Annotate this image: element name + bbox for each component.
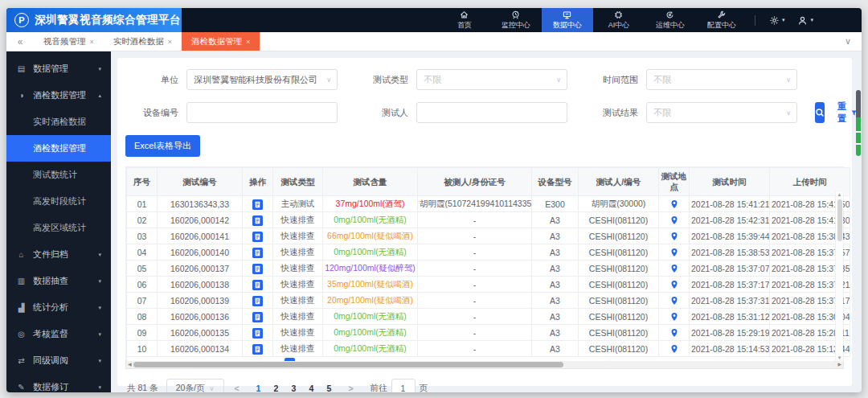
data-table: 序号 测试编号 操作 测试类型 测试含量 被测人/身份证号 设备型号 测试人/编… (125, 166, 844, 361)
sidebar-item-test-count-stats[interactable]: 测试数统计 (6, 162, 111, 188)
sidebar-item-alcohol-data-mgmt-active[interactable]: 酒检数据管理 (6, 135, 111, 162)
view-detail-button[interactable] (243, 212, 273, 228)
location-pin-icon[interactable] (659, 325, 690, 341)
nav-item-home[interactable]: 首页 (439, 8, 490, 32)
sidebar-item-data-revision[interactable]: ✎ 数据修订 ▾ (6, 374, 111, 392)
cell-index: 01 (127, 196, 158, 212)
cell-device-model: A3 (532, 341, 579, 357)
table-row[interactable]: 09 160206,000135 快速排查 0mg/100ml(无酒精) - A… (127, 325, 850, 341)
search-button[interactable] (815, 102, 825, 123)
excel-export-button[interactable]: Excel表格导出 (125, 135, 200, 157)
close-icon[interactable]: × (90, 38, 94, 46)
nav-item-config-center[interactable]: 配置中心 (696, 8, 747, 32)
close-icon[interactable]: × (246, 38, 250, 46)
cell-test-content: 0mg/100ml(无酒精) (323, 212, 418, 228)
table-row[interactable]: 03 160206,000141 快速排查 66mg/100ml(疑似喝酒) -… (127, 228, 850, 244)
location-pin-icon[interactable] (659, 244, 690, 261)
view-detail-button[interactable] (243, 277, 273, 293)
location-pin-icon[interactable] (659, 277, 690, 293)
nav-item-ai-center[interactable]: AI中心 (593, 8, 645, 32)
sidebar-item-peer-review[interactable]: ⇄ 同级调阅 ▾ (6, 347, 111, 374)
location-pin-icon[interactable] (659, 196, 690, 212)
cell-device-model: A3 (532, 261, 579, 277)
table-row[interactable]: 02 160206,000142 快速排查 0mg/100ml(无酒精) - A… (127, 212, 850, 228)
sidebar-item-data-mgmt[interactable]: ▤ 数据管理 ▾ (6, 55, 111, 82)
page-size-select[interactable]: 20条/页 ∨ (166, 379, 224, 392)
page-scrollbar-thumb[interactable] (856, 90, 861, 156)
tab-alcohol-data-mgmt[interactable]: 酒检数据管理 × (182, 32, 260, 51)
location-pin-icon[interactable] (659, 341, 690, 357)
tester-input[interactable] (424, 108, 560, 117)
test-result-select[interactable]: 不限 ∨ (646, 102, 797, 123)
page-number-button[interactable]: 4 (303, 380, 321, 392)
nav-item-monitor-center[interactable]: 监控中心 (490, 8, 542, 32)
table-vertical-scrollbar[interactable]: ▲ ▼ (835, 191, 843, 361)
sidebar-item-file-archive[interactable]: ⌂ 文件归档 ▾ (6, 241, 111, 268)
view-detail-button[interactable] (243, 293, 273, 309)
sidebar-item-assessment-supervision[interactable]: ◎ 考核监督 ▾ (6, 321, 111, 347)
cell-test-type: 快速排查 (273, 244, 323, 261)
tabs-collapse-button[interactable]: ∨ (834, 32, 862, 51)
detail-doc-icon (252, 296, 263, 306)
time-range-select[interactable]: 不限 ∨ (646, 69, 797, 90)
tab-video-audio-mgmt[interactable]: 视音频管理 × (34, 32, 104, 51)
scroll-up-icon[interactable]: ▲ (836, 192, 843, 197)
user-menu[interactable]: ▾ (791, 8, 820, 32)
location-pin-icon[interactable] (659, 293, 690, 309)
close-icon[interactable]: × (168, 38, 172, 46)
config-center-icon (717, 10, 726, 19)
table-row[interactable]: 07 160206,000139 快速排查 20mg/100ml(疑似喝酒) -… (127, 293, 850, 309)
view-detail-button[interactable] (243, 325, 273, 341)
sidebar-item-realtime-alcohol-data[interactable]: 实时酒检数据 (6, 109, 111, 135)
nav-item-ops-center[interactable]: 运维中心 (645, 8, 696, 32)
unit-select[interactable]: 深圳警翼智能科技股份有限公司 ∨ (186, 69, 338, 90)
view-detail-button[interactable] (243, 341, 273, 357)
table-row[interactable]: 10 160206,000134 快速排查 0mg/100ml(无酒精) - A… (127, 341, 850, 357)
view-detail-button[interactable] (243, 261, 273, 277)
device-no-input[interactable] (194, 108, 330, 117)
view-detail-button[interactable] (243, 309, 273, 325)
cell-test-type: 快速排查 (273, 261, 323, 277)
table-row[interactable]: 08 160206,000136 快速排查 0mg/100ml(无酒精) - A… (127, 309, 850, 325)
cell-index: 09 (127, 325, 158, 341)
scroll-down-icon[interactable]: ▼ (836, 355, 843, 360)
page-number-button[interactable]: 3 (285, 380, 303, 392)
next-page-button[interactable]: > (343, 384, 359, 392)
cell-test-time: 2021-08-28 15:41:21 (690, 196, 770, 212)
table-horizontal-scrollbar[interactable]: ◀ ▶ (125, 361, 844, 369)
location-pin-icon[interactable] (659, 309, 690, 325)
settings-menu[interactable]: ▾ (763, 8, 792, 32)
table-row[interactable]: 01 1630136343,33 主动测试 37mg/100ml(酒驾) 胡明霞… (127, 196, 850, 212)
location-pin-icon[interactable] (659, 212, 690, 228)
tabs-scroll-left-button[interactable]: « (6, 32, 34, 51)
vertical-scroll-thumb[interactable] (837, 199, 842, 241)
sidebar-item-data-spot-check[interactable]: ▥ 数据抽查 ▾ (6, 268, 111, 294)
table-row[interactable]: 05 160206,000137 快速排查 120mg/100ml(疑似醉驾) … (127, 261, 850, 277)
sidebar-item-alcohol-data-mgmt[interactable]: ◑ 酒检数据管理 ▴ (6, 82, 111, 109)
page-number-button[interactable]: 2 (268, 380, 285, 392)
view-detail-button[interactable] (243, 244, 273, 261)
sidebar-item-peak-area-stats[interactable]: 高发区域统计 (6, 215, 111, 241)
view-detail-button[interactable] (243, 196, 273, 212)
goto-page-input[interactable] (391, 379, 416, 392)
sidebar-item-stats-analysis[interactable]: ▟ 统计分析 ▾ (6, 294, 111, 321)
table-row[interactable]: 06 160206,000138 快速排查 35mg/100ml(疑似喝酒) -… (127, 277, 850, 293)
table-row[interactable]: 04 160206,000140 快速排查 0mg/100ml(无酒精) - A… (127, 244, 850, 261)
cell-test-type: 快速排查 (273, 293, 323, 309)
reset-button[interactable]: 重置 (837, 101, 857, 125)
sidebar-item-peak-period-stats[interactable]: 高发时段统计 (6, 188, 111, 215)
test-type-select[interactable]: 不限 ∨ (416, 69, 567, 90)
page-number-button[interactable]: 1 (250, 380, 268, 392)
location-pin-icon[interactable] (659, 261, 690, 277)
nav-item-data-center[interactable]: 数据中心 (542, 8, 593, 32)
horizontal-scroll-thumb[interactable] (133, 362, 563, 367)
scroll-right-icon[interactable]: ▶ (837, 361, 841, 368)
prev-page-button[interactable]: < (229, 384, 245, 392)
chevron-down-icon: ▾ (98, 66, 101, 72)
chevron-down-icon: ▾ (98, 305, 101, 311)
page-number-button[interactable]: 5 (321, 380, 338, 392)
tab-realtime-alcohol-data[interactable]: 实时酒检数据 × (104, 32, 182, 51)
scroll-left-icon[interactable]: ◀ (128, 361, 132, 368)
view-detail-button[interactable] (243, 228, 273, 244)
location-pin-icon[interactable] (659, 228, 690, 244)
